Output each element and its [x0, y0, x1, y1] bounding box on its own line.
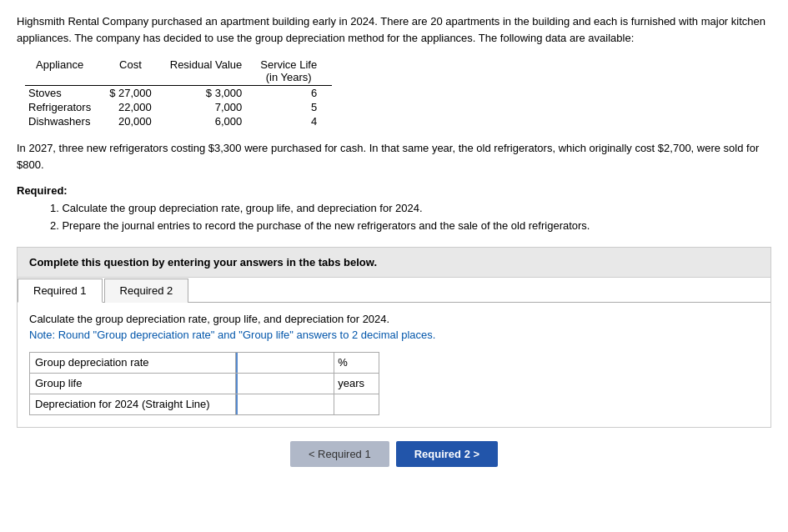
field-unit-1: %: [334, 352, 379, 373]
col-header-service-life: Service Life (in Years): [257, 58, 332, 86]
appliance-table: Appliance Cost Residual Value Service Li…: [25, 58, 332, 128]
col-header-appliance: Appliance: [25, 58, 106, 86]
col-header-cost: Cost: [106, 58, 167, 86]
depreciation-2024-input[interactable]: [236, 394, 334, 414]
required-item-2: 2. Prepare the journal entries to record…: [50, 218, 771, 235]
group-depreciation-rate-input[interactable]: [236, 353, 334, 373]
field-unit-2: years: [334, 373, 379, 394]
tab-content-required-1: Calculate the group depreciation rate, g…: [18, 303, 770, 427]
prev-button[interactable]: < Required 1: [290, 441, 389, 467]
tab-required-1[interactable]: Required 1: [18, 279, 103, 303]
required-title: Required:: [17, 184, 771, 197]
tab-instruction: Calculate the group depreciation rate, g…: [29, 311, 759, 344]
col-header-residual: Residual Value: [167, 58, 257, 86]
tab-required-2[interactable]: Required 2: [104, 279, 189, 303]
instruction-note: Note: Round "Group depreciation rate" an…: [29, 329, 435, 341]
field-input-cell-2: [236, 373, 334, 394]
input-fields-table: Group depreciation rate % Group life yea…: [29, 352, 379, 415]
table-row: Refrigerators 22,000 7,000 5: [25, 100, 332, 114]
required-section: Required: 1. Calculate the group depreci…: [17, 184, 771, 235]
next-button[interactable]: Required 2 >: [396, 441, 498, 467]
group-life-input[interactable]: [236, 374, 334, 394]
nav-buttons: < Required 1 Required 2 >: [17, 441, 771, 467]
field-label-3: Depreciation for 2024 (Straight Line): [30, 394, 236, 414]
tabs-container: Required 1 Required 2 Calculate the grou…: [17, 278, 771, 428]
complete-box: Complete this question by entering your …: [17, 247, 771, 278]
field-input-cell-1: [236, 352, 334, 373]
table-row: Stoves $ 27,000 $ 3,000 6: [25, 86, 332, 101]
second-para: In 2027, three new refrigerators costing…: [17, 140, 771, 173]
tabs-header: Required 1 Required 2: [18, 278, 770, 303]
intro-text: Highsmith Rental Company purchased an ap…: [17, 13, 771, 46]
table-row: Depreciation for 2024 (Straight Line): [30, 394, 379, 414]
table-row: Group depreciation rate %: [30, 352, 379, 373]
table-row: Dishwashers 20,000 6,000 4: [25, 114, 332, 128]
table-row: Group life years: [30, 373, 379, 394]
field-unit-3: [334, 394, 379, 414]
field-input-cell-3: [236, 394, 334, 414]
instruction-line1: Calculate the group depreciation rate, g…: [29, 313, 389, 325]
field-label-1: Group depreciation rate: [30, 352, 236, 373]
required-item-1: 1. Calculate the group depreciation rate…: [50, 200, 771, 218]
field-label-2: Group life: [30, 373, 236, 394]
